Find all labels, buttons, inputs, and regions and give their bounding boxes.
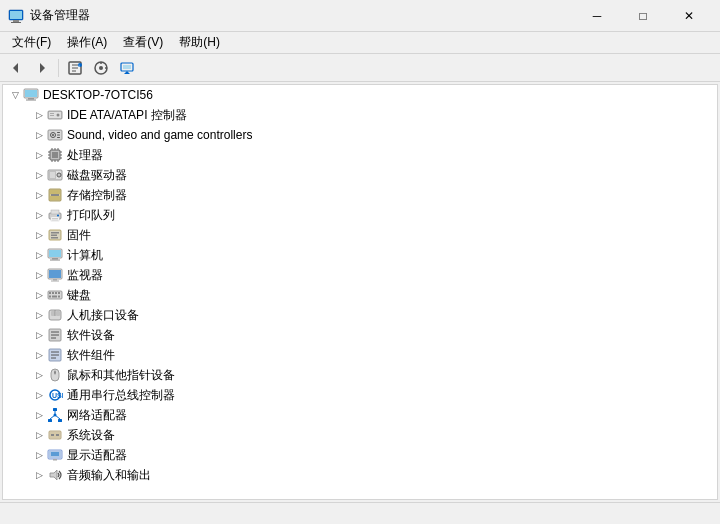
root-expand-icon[interactable]: ▽ <box>7 87 23 103</box>
item-label: 显示适配器 <box>67 447 127 464</box>
list-item[interactable]: ▷ 监视器 <box>3 265 717 285</box>
item-expand-icon[interactable]: ▷ <box>31 327 47 343</box>
svg-rect-35 <box>52 152 58 158</box>
window-controls: ─ □ ✕ <box>574 0 712 32</box>
maximize-button[interactable]: □ <box>620 0 666 32</box>
item-expand-icon[interactable]: ▷ <box>31 207 47 223</box>
back-button[interactable] <box>4 57 28 79</box>
list-item[interactable]: ▷ 网络适配器 <box>3 405 717 425</box>
item-expand-icon[interactable]: ▷ <box>31 427 47 443</box>
system-device-icon <box>47 427 63 443</box>
svg-rect-113 <box>51 452 59 456</box>
svg-rect-70 <box>50 260 60 261</box>
list-item[interactable]: ▷ Sound, video and game controllers <box>3 125 717 145</box>
item-label: 系统设备 <box>67 427 115 444</box>
list-item[interactable]: ▷ 磁盘驱动器 <box>3 165 717 185</box>
list-item[interactable]: ▷ 存储控制器 <box>3 185 717 205</box>
list-item[interactable]: ▷ 打印队列 <box>3 205 717 225</box>
list-item[interactable]: ▷ 键盘 <box>3 285 717 305</box>
minimize-button[interactable]: ─ <box>574 0 620 32</box>
item-expand-icon[interactable]: ▷ <box>31 147 47 163</box>
item-expand-icon[interactable]: ▷ <box>31 267 47 283</box>
svg-rect-50 <box>50 172 55 178</box>
device-tree[interactable]: ▽ DESKTOP-7OTCI56 ▷ <box>2 84 718 500</box>
disk-icon <box>47 167 63 183</box>
list-item[interactable]: ▷ 音频输入和输出 <box>3 465 717 485</box>
list-item[interactable]: ▷ IDE ATA/ATAPI 控制器 <box>3 105 717 125</box>
item-expand-icon[interactable]: ▷ <box>31 467 47 483</box>
sound-icon <box>47 127 63 143</box>
printer-icon <box>47 207 63 223</box>
menu-file[interactable]: 文件(F) <box>4 32 59 53</box>
scan-button[interactable] <box>89 57 113 79</box>
tree-root[interactable]: ▽ DESKTOP-7OTCI56 <box>3 85 717 105</box>
svg-rect-100 <box>53 408 57 411</box>
item-expand-icon[interactable]: ▷ <box>31 187 47 203</box>
svg-point-106 <box>54 414 57 417</box>
item-expand-icon[interactable]: ▷ <box>31 307 47 323</box>
item-expand-icon[interactable]: ▷ <box>31 287 47 303</box>
item-label: 鼠标和其他指针设备 <box>67 367 175 384</box>
item-label: 打印队列 <box>67 207 115 224</box>
svg-rect-68 <box>49 250 61 257</box>
menu-action[interactable]: 操作(A) <box>59 32 115 53</box>
svg-rect-58 <box>51 210 59 214</box>
svg-rect-54 <box>50 190 60 194</box>
menu-help[interactable]: 帮助(H) <box>171 32 228 53</box>
list-item[interactable]: ▷ 软件设备 <box>3 325 717 345</box>
svg-rect-64 <box>51 232 59 234</box>
item-expand-icon[interactable]: ▷ <box>31 127 47 143</box>
item-expand-icon[interactable]: ▷ <box>31 447 47 463</box>
list-item[interactable]: ▷ USB 通用串行总线控制器 <box>3 385 717 405</box>
svg-rect-33 <box>57 137 60 138</box>
forward-button[interactable] <box>30 57 54 79</box>
update-button[interactable] <box>115 57 139 79</box>
list-item[interactable]: ▷ 人机接口设备 <box>3 305 717 325</box>
list-item[interactable]: ▷ 计算机 <box>3 245 717 265</box>
svg-rect-114 <box>53 459 57 461</box>
list-item[interactable]: ▷ 鼠标和其他指针设备 <box>3 365 717 385</box>
title-bar: 设备管理器 ─ □ ✕ <box>0 0 720 32</box>
close-button[interactable]: ✕ <box>666 0 712 32</box>
svg-point-52 <box>59 175 60 176</box>
svg-rect-80 <box>49 296 51 298</box>
svg-rect-3 <box>11 22 21 23</box>
list-item[interactable]: ▷ 软件组件 <box>3 345 717 365</box>
menu-view[interactable]: 查看(V) <box>115 32 171 53</box>
item-expand-icon[interactable]: ▷ <box>31 167 47 183</box>
svg-rect-77 <box>52 292 54 294</box>
cpu-icon <box>47 147 63 163</box>
item-label: 网络适配器 <box>67 407 127 424</box>
svg-rect-17 <box>123 65 131 69</box>
svg-rect-56 <box>51 194 59 196</box>
firmware-icon <box>47 227 63 243</box>
item-expand-icon[interactable]: ▷ <box>31 347 47 363</box>
usb-icon: USB <box>47 387 63 403</box>
list-item[interactable]: ▷ 处理器 <box>3 145 717 165</box>
list-item[interactable]: ▷ 系统设备 <box>3 425 717 445</box>
svg-point-13 <box>99 66 103 70</box>
svg-rect-76 <box>49 292 51 294</box>
item-label: 软件设备 <box>67 327 115 344</box>
item-label: 计算机 <box>67 247 103 264</box>
svg-marker-5 <box>40 63 45 73</box>
status-bar <box>0 502 720 524</box>
item-expand-icon[interactable]: ▷ <box>31 387 47 403</box>
item-expand-icon[interactable]: ▷ <box>31 107 47 123</box>
svg-point-27 <box>57 114 60 117</box>
keyboard-icon <box>47 287 63 303</box>
item-label: 固件 <box>67 227 91 244</box>
svg-rect-20 <box>25 90 37 97</box>
list-item[interactable]: ▷ 固件 <box>3 225 717 245</box>
list-item[interactable]: ▷ 显示适配器 <box>3 445 717 465</box>
item-expand-icon[interactable]: ▷ <box>31 227 47 243</box>
item-expand-icon[interactable]: ▷ <box>31 247 47 263</box>
svg-rect-2 <box>13 20 19 22</box>
properties-button[interactable]: i <box>63 57 87 79</box>
svg-rect-97 <box>54 371 56 374</box>
computer-icon <box>47 247 63 263</box>
svg-rect-32 <box>57 135 60 136</box>
item-expand-icon[interactable]: ▷ <box>31 367 47 383</box>
svg-rect-84 <box>51 311 55 316</box>
item-expand-icon[interactable]: ▷ <box>31 407 47 423</box>
